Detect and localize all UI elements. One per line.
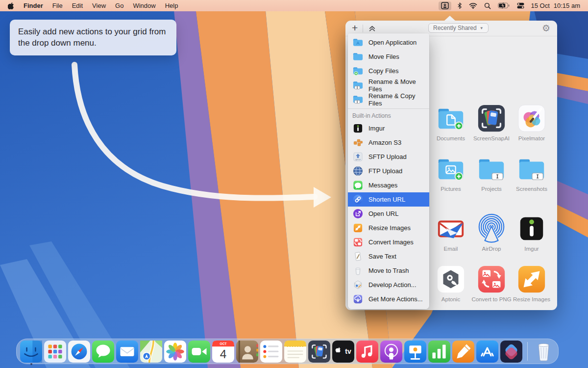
caret-down-icon: ▼ (480, 26, 484, 30)
settings-gear-icon[interactable]: ⚙ (542, 23, 550, 33)
dock-music[interactable] (356, 341, 378, 363)
panel-notch (444, 16, 455, 21)
folder-rename-icon (352, 79, 364, 91)
dock-screensnapai[interactable] (308, 341, 330, 363)
dock-mail[interactable] (116, 341, 138, 363)
control-center-icon[interactable] (517, 1, 524, 10)
folder-rename-icon (476, 154, 507, 184)
menubar-file[interactable]: File (52, 2, 63, 9)
svg-text:tv: tv (345, 347, 351, 355)
menu-section-header: Built-in Actions (348, 108, 429, 121)
screensnap-app-icon (476, 103, 507, 133)
dock-messages[interactable] (92, 341, 114, 363)
dock-facetime[interactable] (188, 341, 210, 363)
bluetooth-icon[interactable] (457, 1, 462, 10)
header-divider (363, 25, 363, 32)
menu-item-move-files[interactable]: Move Files (348, 50, 429, 64)
grid-item-screensnapai[interactable]: ScreenSnapAI (469, 103, 514, 141)
menubar-view[interactable]: View (92, 2, 106, 9)
menu-item-ftp-upload[interactable]: FTP Upload (348, 164, 429, 178)
wifi-icon[interactable] (469, 1, 477, 10)
grid-item-email[interactable]: Email (429, 213, 473, 252)
menu-bar: Finder File Edit View Go Window Help (0, 0, 588, 11)
dock-app-store[interactable] (476, 341, 498, 363)
dropzone-menubar-icon[interactable] (439, 1, 451, 10)
airdrop-rings-icon (476, 213, 507, 244)
menu-item-open-application[interactable]: A Open Application (348, 35, 429, 50)
collapse-chevrons-icon[interactable] (368, 24, 376, 32)
dock-safari[interactable] (68, 341, 90, 363)
grid-item-screenshots[interactable]: Screenshots (510, 154, 554, 192)
svg-text:A: A (356, 40, 360, 46)
search-icon[interactable] (484, 1, 491, 10)
dock-calendar[interactable]: OCT4 (212, 341, 234, 363)
menu-item-open-url[interactable]: Open URL (348, 207, 429, 221)
menu-item-shorten-url[interactable]: Shorten URL (348, 192, 429, 207)
grid-item-airdrop[interactable]: AirDrop (469, 213, 514, 252)
dock-trash[interactable] (533, 341, 555, 363)
save-text-icon (352, 251, 364, 262)
dock-keynote[interactable] (404, 341, 426, 363)
menubar-go[interactable]: Go (115, 2, 123, 9)
open-url-icon (352, 208, 364, 219)
menu-item-rename-move-files[interactable]: Rename & Move Files (348, 78, 429, 92)
dock-photos[interactable] (164, 341, 186, 363)
menu-item-rename-copy-files[interactable]: Rename & Copy Files (348, 92, 429, 106)
folder-application-icon: A (352, 37, 364, 48)
svg-text:OCT: OCT (220, 342, 227, 345)
recently-shared-dropdown[interactable]: Recently Shared ▼ (428, 23, 489, 33)
add-action-button[interactable]: + (352, 23, 358, 33)
folder-rename-icon (352, 94, 364, 105)
menu-item-messages[interactable]: Messages (348, 178, 429, 192)
sftp-upload-icon: SFTP (352, 151, 364, 162)
menu-item-move-to-trash[interactable]: Move to Trash (348, 263, 429, 278)
folder-plus-icon (352, 65, 364, 77)
folder-pictures-add-icon (436, 154, 466, 184)
menubar-help[interactable]: Help (165, 2, 178, 9)
grid-item-documents[interactable]: Documents (429, 103, 473, 141)
grid-item-resize-images[interactable]: Resize Images (510, 264, 554, 302)
grid-item-pixelmator[interactable]: Pixelmator (510, 103, 554, 141)
menu-item-copy-files[interactable]: Copy Files (348, 64, 429, 78)
dock-shortcuts[interactable] (500, 341, 522, 363)
grid-item-pictures[interactable]: Pictures (429, 154, 473, 192)
folder-rename-icon (516, 154, 547, 184)
dock-finder[interactable] (20, 341, 42, 363)
imgur-icon (516, 213, 547, 244)
menu-item-save-text[interactable]: Save Text (348, 249, 429, 263)
menu-item-get-more-actions[interactable]: Get More Actions... (348, 292, 429, 306)
dock-pages[interactable] (452, 341, 474, 363)
grid-item-imgur[interactable]: Imgur (510, 213, 554, 252)
dock-launchpad[interactable] (44, 341, 66, 363)
dock-contacts[interactable] (236, 341, 258, 363)
folder-document-add-icon (436, 103, 466, 133)
menu-item-imgur[interactable]: Imgur (348, 121, 429, 135)
menubar-app-name[interactable]: Finder (24, 2, 43, 9)
menu-item-convert-images[interactable]: Convert Images (348, 235, 429, 249)
messages-icon (352, 180, 364, 191)
battery-charging-icon[interactable] (498, 1, 510, 10)
dock-apple-tv[interactable]: tv (332, 341, 354, 363)
folder-icon (352, 51, 364, 62)
dock-reminders[interactable] (260, 341, 282, 363)
imgur-icon (352, 123, 364, 134)
grid-item-aptonic[interactable]: Aptonic (429, 264, 473, 302)
dock: OCT4 tv (16, 339, 559, 364)
dock-podcasts[interactable] (380, 341, 402, 363)
resize-images-icon (352, 222, 364, 234)
grid-item-projects[interactable]: Projects (469, 154, 514, 192)
grid-item-convert-to-png[interactable]: Convert to PNG (469, 264, 514, 302)
menubar-edit[interactable]: Edit (72, 2, 83, 9)
menu-item-amazon-s3[interactable]: Amazon S3 (348, 135, 429, 150)
dock-notes[interactable] (284, 341, 306, 363)
menubar-window[interactable]: Window (133, 2, 155, 9)
amazon-s3-icon (352, 137, 364, 148)
menu-item-resize-images[interactable]: Resize Images (348, 221, 429, 235)
apple-menu-icon[interactable] (8, 1, 14, 10)
menu-item-develop-action[interactable]: Develop Action... (348, 278, 429, 292)
menubar-date[interactable]: 15 Oct (531, 2, 550, 9)
dock-maps[interactable] (140, 341, 162, 363)
menubar-time[interactable]: 10:15 am (554, 2, 580, 9)
dock-numbers[interactable] (428, 341, 450, 363)
menu-item-sftp-upload[interactable]: SFTP SFTP Upload (348, 150, 429, 164)
